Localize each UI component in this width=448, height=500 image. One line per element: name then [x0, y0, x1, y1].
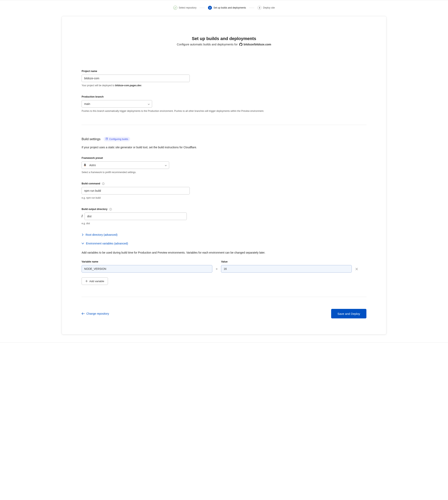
info-icon[interactable] — [102, 182, 105, 185]
change-repository-link[interactable]: Change repository — [81, 312, 109, 315]
step-2[interactable]: 2 Set up builds and deployments — [208, 6, 246, 10]
divider — [81, 297, 367, 297]
root-directory-toggle[interactable]: Root directory (advanced) — [81, 233, 367, 236]
build-output-group: Build output directory / e.g. dist — [81, 208, 367, 225]
env-vars-label: Environment variables (advanced) — [86, 242, 128, 245]
add-variable-label: Add variable — [89, 280, 104, 283]
step-1-label: Select repository — [179, 6, 196, 9]
divider — [81, 125, 367, 125]
production-branch-label: Production branch — [81, 95, 367, 98]
badge-label: Configuring builds — [109, 138, 128, 140]
project-name-group: Project name Your project will be deploy… — [81, 70, 367, 87]
step-2-label: Set up builds and deployments — [213, 6, 246, 9]
step-3-label: Deploy site — [263, 6, 275, 9]
info-icon[interactable] — [109, 208, 112, 210]
chevron-down-icon — [81, 242, 84, 244]
step-2-number: 2 — [208, 6, 212, 10]
plus-icon — [85, 280, 88, 282]
repo-chip: bitdoze/bitdoze.com — [239, 43, 271, 46]
production-branch-group: Production branch Pushes to this branch … — [81, 95, 367, 113]
step-divider — [249, 8, 254, 8]
chevron-right-icon — [81, 234, 84, 236]
arrow-left-icon — [81, 312, 85, 315]
env-name-label: Variable name — [81, 260, 212, 263]
step-3[interactable]: 3 Deploy site — [257, 6, 275, 10]
remove-env-var-button[interactable] — [355, 268, 358, 273]
framework-help: Select a framework to prefill recommende… — [81, 171, 280, 174]
env-value-input[interactable] — [221, 265, 352, 273]
framework-group: Framework preset Select a framework to p… — [81, 157, 367, 174]
setup-card: Set up builds and deployments Configure … — [62, 16, 386, 334]
check-icon — [173, 6, 177, 10]
stepper: Select repository 2 Set up builds and de… — [0, 0, 448, 16]
path-slash: / — [81, 214, 83, 218]
add-variable-button[interactable]: Add variable — [81, 277, 108, 285]
framework-value[interactable] — [81, 161, 169, 169]
build-command-input[interactable] — [81, 187, 190, 194]
env-name-input[interactable] — [81, 265, 212, 273]
build-settings-header: Build settings Configuring builds — [81, 137, 367, 141]
build-output-input[interactable] — [85, 212, 187, 220]
subtitle-text: Configure automatic builds and deploymen… — [177, 43, 238, 46]
framework-label: Framework preset — [81, 157, 367, 159]
svg-rect-9 — [111, 209, 111, 210]
build-command-help: e.g. npm run build — [81, 196, 280, 200]
env-equals: = — [216, 267, 217, 273]
step-divider — [200, 8, 205, 8]
production-branch-value[interactable] — [81, 100, 152, 108]
svg-point-3 — [85, 166, 85, 166]
close-icon — [355, 268, 358, 270]
framework-select[interactable] — [81, 161, 169, 169]
env-value-label: Value — [221, 260, 352, 263]
configuring-builds-badge[interactable]: Configuring builds — [104, 137, 130, 141]
page-title: Set up builds and deployments — [81, 36, 367, 41]
svg-point-8 — [111, 208, 111, 209]
project-name-help: Your project will be deployed to bitdoze… — [81, 84, 280, 87]
change-repository-label: Change repository — [86, 312, 109, 315]
step-3-number: 3 — [257, 6, 261, 10]
astro-icon — [84, 163, 86, 167]
build-settings-desc: If your project uses a static site gener… — [81, 145, 367, 150]
production-branch-select[interactable] — [81, 100, 152, 108]
project-name-label: Project name — [81, 70, 367, 72]
repo-name: bitdoze/bitdoze.com — [244, 43, 271, 46]
env-vars-desc: Add variables to be used during build ti… — [81, 251, 367, 255]
doc-icon — [106, 138, 108, 140]
save-and-deploy-button[interactable]: Save and Deploy — [331, 309, 367, 318]
card-header: Set up builds and deployments Configure … — [81, 36, 367, 46]
svg-rect-6 — [103, 183, 103, 184]
env-vars-toggle[interactable]: Environment variables (advanced) — [81, 242, 367, 245]
build-command-group: Build command e.g. npm run build — [81, 182, 367, 200]
github-icon — [239, 43, 242, 46]
build-output-label: Build output directory — [81, 208, 367, 210]
step-1[interactable]: Select repository — [173, 6, 196, 10]
svg-point-5 — [103, 183, 104, 183]
env-var-row: Variable name = Value — [81, 260, 367, 273]
build-settings-title: Build settings — [81, 138, 100, 141]
page-subtitle: Configure automatic builds and deploymen… — [81, 43, 367, 46]
build-output-help: e.g. dist — [81, 222, 280, 225]
production-branch-help: Pushes to this branch automatically trig… — [81, 109, 280, 113]
build-command-label: Build command — [81, 182, 367, 185]
project-name-input[interactable] — [81, 74, 190, 82]
root-directory-label: Root directory (advanced) — [86, 233, 117, 236]
card-footer: Change repository Save and Deploy — [81, 309, 367, 318]
